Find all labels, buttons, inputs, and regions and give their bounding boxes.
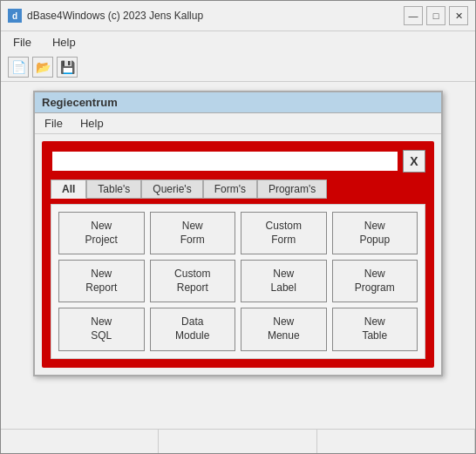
search-bar: X bbox=[51, 150, 425, 173]
outer-title-bar: d dBase4Windows (c) 2023 Jens Kallup — □… bbox=[1, 1, 475, 31]
title-bar-controls: — □ ✕ bbox=[404, 6, 468, 25]
inner-title-bar: Regiecentrum bbox=[35, 92, 441, 113]
new-sql-button[interactable]: NewSQL bbox=[58, 308, 145, 350]
status-segment-1 bbox=[1, 430, 159, 453]
tab-programs[interactable]: Program's bbox=[257, 180, 327, 199]
custom-form-button[interactable]: CustomForm bbox=[241, 212, 327, 254]
new-report-button[interactable]: NewReport bbox=[58, 260, 145, 302]
open-file-button[interactable]: 📂 bbox=[32, 57, 53, 78]
maximize-button[interactable]: □ bbox=[426, 6, 445, 25]
close-button[interactable]: ✕ bbox=[449, 6, 468, 25]
status-bar bbox=[1, 429, 475, 453]
buttons-grid: NewProject NewForm CustomForm NewPopup N… bbox=[51, 204, 425, 359]
minimize-button[interactable]: — bbox=[404, 6, 423, 25]
red-panel: X All Table's Querie's Form's Program's … bbox=[42, 141, 434, 368]
inner-window: Regiecentrum File Help X All Table's Que… bbox=[33, 91, 443, 376]
new-table-button[interactable]: NewTable bbox=[332, 308, 418, 350]
inner-menu-file[interactable]: File bbox=[40, 115, 67, 132]
toolbar: 📄 📂 💾 bbox=[1, 53, 475, 82]
search-input[interactable] bbox=[51, 150, 399, 173]
new-popup-button[interactable]: NewPopup bbox=[332, 212, 418, 254]
new-form-button[interactable]: NewForm bbox=[150, 212, 236, 254]
new-program-button[interactable]: NewProgram bbox=[332, 260, 418, 302]
outer-window: d dBase4Windows (c) 2023 Jens Kallup — □… bbox=[0, 0, 476, 454]
app-icon: d bbox=[8, 9, 22, 23]
data-module-button[interactable]: DataModule bbox=[150, 308, 236, 350]
tab-tables[interactable]: Table's bbox=[86, 180, 141, 199]
save-file-button[interactable]: 💾 bbox=[57, 57, 78, 78]
new-menue-button[interactable]: NewMenue bbox=[241, 308, 327, 350]
outer-window-title: dBase4Windows (c) 2023 Jens Kallup bbox=[27, 10, 203, 22]
new-label-button[interactable]: NewLabel bbox=[241, 260, 327, 302]
tab-forms[interactable]: Form's bbox=[203, 180, 257, 199]
search-close-button[interactable]: X bbox=[403, 150, 425, 173]
new-project-button[interactable]: NewProject bbox=[58, 212, 145, 254]
tab-queries[interactable]: Querie's bbox=[141, 180, 202, 199]
tab-all[interactable]: All bbox=[51, 180, 86, 199]
status-segment-3 bbox=[317, 430, 475, 453]
inner-menu-help[interactable]: Help bbox=[76, 115, 108, 132]
new-file-button[interactable]: 📄 bbox=[8, 57, 29, 78]
inner-menu-bar: File Help bbox=[35, 113, 441, 134]
outer-menu-file[interactable]: File bbox=[8, 33, 37, 51]
main-content: Regiecentrum File Help X All Table's Que… bbox=[1, 82, 475, 429]
custom-report-button[interactable]: CustomReport bbox=[150, 260, 236, 302]
outer-menu-help[interactable]: Help bbox=[47, 33, 81, 51]
outer-menu-bar: File Help bbox=[1, 31, 475, 53]
tabs-row: All Table's Querie's Form's Program's bbox=[51, 180, 425, 199]
status-segment-2 bbox=[159, 430, 316, 453]
title-bar-left: d dBase4Windows (c) 2023 Jens Kallup bbox=[8, 9, 203, 23]
